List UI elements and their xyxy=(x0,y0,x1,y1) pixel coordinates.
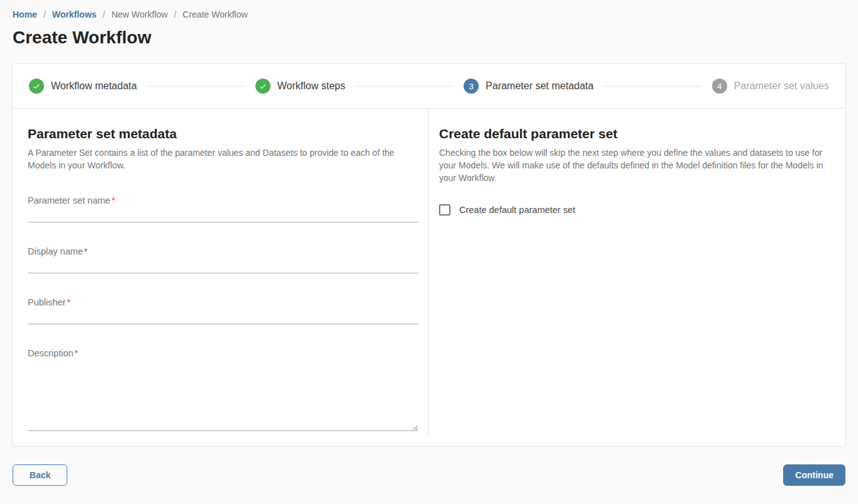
card-content: Parameter set metadata A Parameter Set c… xyxy=(13,109,845,446)
step-parameter-set-values: 4 Parameter set values xyxy=(712,79,829,94)
field-label-text: Parameter set name xyxy=(28,195,110,205)
display-name-input[interactable] xyxy=(28,260,418,273)
breadcrumb-separator: / xyxy=(43,9,46,19)
step-label: Workflow metadata xyxy=(51,80,137,92)
step-label: Workflow steps xyxy=(277,80,345,92)
right-panel-description: Checking the box below will skip the nex… xyxy=(439,146,828,184)
step-label: Parameter set metadata xyxy=(486,80,594,92)
required-asterisk: * xyxy=(111,195,115,205)
step-complete-check-icon xyxy=(29,79,44,94)
checkbox-label: Create default parameter set xyxy=(459,205,576,215)
required-asterisk: * xyxy=(75,348,79,358)
field-display-name: Display name* xyxy=(28,246,418,273)
create-default-parameter-set-checkbox-row[interactable]: Create default parameter set xyxy=(439,204,830,216)
page-title: Create Workflow xyxy=(13,26,845,49)
step-connector xyxy=(604,86,702,87)
breadcrumb-separator: / xyxy=(174,9,176,19)
required-asterisk: * xyxy=(67,297,70,307)
parameter-set-metadata-panel: Parameter set metadata A Parameter Set c… xyxy=(13,109,428,446)
field-label: Publisher* xyxy=(28,297,418,307)
step-number-badge: 3 xyxy=(464,79,479,94)
field-label-text: Publisher xyxy=(28,297,65,307)
step-label: Parameter set values xyxy=(734,80,829,92)
step-complete-check-icon xyxy=(255,79,270,94)
required-asterisk: * xyxy=(84,246,88,256)
right-panel-heading: Create default parameter set xyxy=(439,126,830,141)
step-workflow-steps[interactable]: Workflow steps xyxy=(255,79,345,94)
field-publisher: Publisher* xyxy=(28,297,418,324)
checkbox-unchecked-icon[interactable] xyxy=(439,204,450,216)
breadcrumb-link-home[interactable]: Home xyxy=(13,9,37,19)
breadcrumb-separator: / xyxy=(103,9,105,19)
parameter-set-name-input[interactable] xyxy=(28,209,418,222)
field-label-text: Description xyxy=(28,348,74,358)
back-button[interactable]: Back xyxy=(13,464,67,486)
field-parameter-set-name: Parameter set name* xyxy=(28,195,418,222)
stepper: Workflow metadata Workflow steps 3 Param… xyxy=(13,64,845,109)
description-textarea[interactable] xyxy=(28,361,418,431)
field-label: Description* xyxy=(28,348,418,358)
step-connector xyxy=(355,86,454,87)
breadcrumb-link-workflows[interactable]: Workflows xyxy=(52,9,97,19)
field-description: Description* xyxy=(28,348,418,431)
footer-actions: Back Continue xyxy=(13,464,845,486)
create-default-parameter-set-panel: Create default parameter set Checking th… xyxy=(429,109,845,446)
step-workflow-metadata[interactable]: Workflow metadata xyxy=(29,79,137,94)
left-panel-description: A Parameter Set contains a list of the p… xyxy=(28,146,416,172)
step-number-badge: 4 xyxy=(712,79,727,94)
breadcrumb-item-create-workflow: Create Workflow xyxy=(182,9,247,19)
field-label: Parameter set name* xyxy=(28,195,418,205)
step-connector xyxy=(147,86,245,87)
continue-button[interactable]: Continue xyxy=(783,464,845,486)
create-workflow-card: Workflow metadata Workflow steps 3 Param… xyxy=(12,63,846,447)
field-label: Display name* xyxy=(28,246,418,256)
publisher-input[interactable] xyxy=(28,310,418,324)
field-label-text: Display name xyxy=(28,246,83,256)
breadcrumb: Home / Workflows / New Workflow / Create… xyxy=(0,0,858,19)
left-panel-heading: Parameter set metadata xyxy=(28,126,418,141)
step-parameter-set-metadata[interactable]: 3 Parameter set metadata xyxy=(464,79,594,94)
breadcrumb-item-new-workflow: New Workflow xyxy=(111,9,167,19)
